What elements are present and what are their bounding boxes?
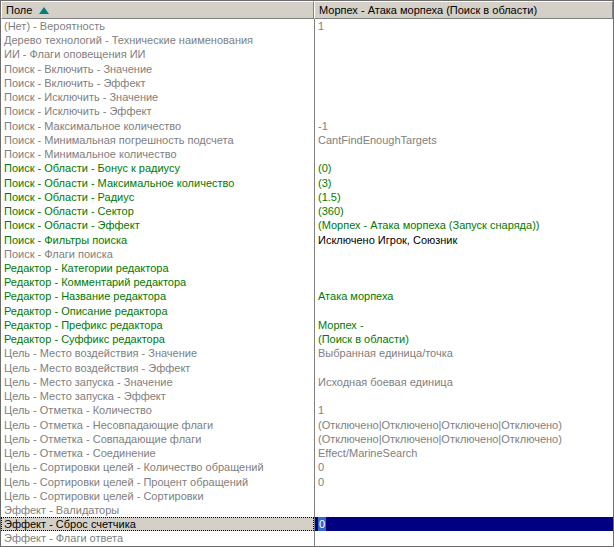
- table-row[interactable]: Поиск - Флаги поиска: [1, 247, 613, 261]
- field-value-cell[interactable]: (0): [314, 161, 613, 175]
- table-row[interactable]: Поиск - Области - Бонус к радиусу(0): [1, 161, 613, 175]
- table-row[interactable]: Поиск - Области - Сектор(360): [1, 204, 613, 218]
- field-value-cell[interactable]: 0: [314, 517, 613, 531]
- field-value-cell[interactable]: [314, 531, 613, 545]
- table-row[interactable]: Редактор - Описание редактора: [1, 304, 613, 318]
- field-value-cell[interactable]: Выбранная единица/точка: [314, 346, 613, 360]
- table-row[interactable]: Редактор - Комментарий редактора: [1, 275, 613, 289]
- table-row[interactable]: Редактор - Суффикс редактора(Поиск в обл…: [1, 332, 613, 346]
- field-name-cell[interactable]: Цель - Сортировки целей - Процент обраще…: [1, 475, 314, 489]
- field-name-cell[interactable]: Редактор - Суффикс редактора: [1, 332, 314, 346]
- field-name-cell[interactable]: Дерево технологий - Технические наименов…: [1, 33, 314, 47]
- field-value-cell[interactable]: Исходная боевая единица: [314, 375, 613, 389]
- field-value-cell[interactable]: (3): [314, 176, 613, 190]
- table-row[interactable]: Цель - Место запуска - Эффект: [1, 389, 613, 403]
- table-row[interactable]: Редактор - Префикс редактораМорпех -: [1, 318, 613, 332]
- table-row[interactable]: Поиск - Включить - Эффект: [1, 76, 613, 90]
- field-name-cell[interactable]: Цель - Отметка - Соединение: [1, 446, 314, 460]
- table-row[interactable]: (Нет) - Вероятность1: [1, 19, 613, 33]
- field-name-cell[interactable]: Поиск - Фильтры поиска: [1, 233, 314, 247]
- field-value-cell[interactable]: CantFindEnoughTargets: [314, 133, 613, 147]
- field-value-cell[interactable]: (Отключено|Отключено|Отключено|Отключено…: [314, 418, 613, 432]
- table-row[interactable]: Поиск - Максимальное количество-1: [1, 119, 613, 133]
- field-value-cell[interactable]: (1.5): [314, 190, 613, 204]
- field-value-cell[interactable]: [314, 503, 613, 517]
- field-value-cell[interactable]: (Поиск в области): [314, 332, 613, 346]
- field-value-cell[interactable]: [314, 104, 613, 118]
- field-name-cell[interactable]: Цель - Отметка - Количество: [1, 403, 314, 417]
- column-header-value[interactable]: Морпех - Атака морпеха (Поиск в области): [314, 1, 613, 19]
- field-name-cell[interactable]: Поиск - Максимальное количество: [1, 119, 314, 133]
- table-row[interactable]: Поиск - Области - Максимальное количеств…: [1, 176, 613, 190]
- field-name-cell[interactable]: Эффект - Флаги ответа: [1, 531, 314, 545]
- field-name-cell[interactable]: Эффект - Сброс счетчика: [1, 517, 314, 531]
- table-row[interactable]: ИИ - Флаги оповещения ИИ: [1, 47, 613, 61]
- field-value-cell[interactable]: (Отключено|Отключено|Отключено|Отключено…: [314, 432, 613, 446]
- table-row[interactable]: Поиск - Минимальная погрешность подсчета…: [1, 133, 613, 147]
- table-row[interactable]: Цель - Место воздействия - Эффект: [1, 361, 613, 375]
- field-value-cell[interactable]: Исключено Игрок, Союзник: [314, 233, 613, 247]
- table-row[interactable]: Эффект - Валидаторы: [1, 503, 613, 517]
- table-row[interactable]: Редактор - Название редактораАтака морпе…: [1, 289, 613, 303]
- field-name-cell[interactable]: Редактор - Название редактора: [1, 289, 314, 303]
- table-row[interactable]: Дерево технологий - Технические наименов…: [1, 33, 613, 47]
- field-value-cell[interactable]: [314, 361, 613, 375]
- table-row[interactable]: Поиск - Включить - Значение: [1, 62, 613, 76]
- table-row[interactable]: Редактор - Категории редактора: [1, 261, 613, 275]
- field-value-cell[interactable]: [314, 247, 613, 261]
- field-name-cell[interactable]: Редактор - Категории редактора: [1, 261, 314, 275]
- field-name-cell[interactable]: Цель - Сортировки целей - Количество обр…: [1, 460, 314, 474]
- table-row[interactable]: Поиск - Области - Эффект(Морпех - Атака …: [1, 218, 613, 232]
- table-row[interactable]: Цель - Отметка - СоединениеEffect/Marine…: [1, 446, 613, 460]
- table-row[interactable]: Эффект - Сброс счетчика0: [1, 517, 613, 531]
- table-row[interactable]: Цель - Сортировки целей - Сортировки: [1, 489, 613, 503]
- table-row[interactable]: Поиск - Фильтры поискаИсключено Игрок, С…: [1, 233, 613, 247]
- field-name-cell[interactable]: Поиск - Минимальная погрешность подсчета: [1, 133, 314, 147]
- field-name-cell[interactable]: Поиск - Области - Эффект: [1, 218, 314, 232]
- field-value-cell[interactable]: 0: [314, 475, 613, 489]
- field-value-cell[interactable]: (Морпех - Атака морпеха (Запуск снаряда)…: [314, 218, 613, 232]
- field-value-cell[interactable]: Атака морпеха: [314, 289, 613, 303]
- field-name-cell[interactable]: Редактор - Комментарий редактора: [1, 275, 314, 289]
- field-name-cell[interactable]: Поиск - Области - Сектор: [1, 204, 314, 218]
- table-row[interactable]: Поиск - Исключить - Эффект: [1, 104, 613, 118]
- field-name-cell[interactable]: Поиск - Включить - Значение: [1, 62, 314, 76]
- field-name-cell[interactable]: Цель - Место воздействия - Эффект: [1, 361, 314, 375]
- table-row[interactable]: Цель - Отметка - Количество1: [1, 403, 613, 417]
- field-name-cell[interactable]: Цель - Отметка - Несовпадающие флаги: [1, 418, 314, 432]
- field-value-cell[interactable]: -1: [314, 119, 613, 133]
- field-value-cell[interactable]: [314, 62, 613, 76]
- table-row[interactable]: Цель - Сортировки целей - Количество обр…: [1, 460, 613, 474]
- table-row[interactable]: Цель - Место запуска - ЗначениеИсходная …: [1, 375, 613, 389]
- field-value-cell[interactable]: 0: [314, 460, 613, 474]
- field-value-cell[interactable]: Морпех -: [314, 318, 613, 332]
- field-value-cell[interactable]: [314, 76, 613, 90]
- field-name-cell[interactable]: Цель - Место запуска - Значение: [1, 375, 314, 389]
- field-value-cell[interactable]: (360): [314, 204, 613, 218]
- field-name-cell[interactable]: Редактор - Префикс редактора: [1, 318, 314, 332]
- table-row[interactable]: Цель - Отметка - Несовпадающие флаги(Отк…: [1, 418, 613, 432]
- table-row[interactable]: Поиск - Минимальное количество: [1, 147, 613, 161]
- table-row[interactable]: Цель - Место воздействия - ЗначениеВыбра…: [1, 346, 613, 360]
- field-value-cell[interactable]: [314, 304, 613, 318]
- field-name-cell[interactable]: Поиск - Минимальное количество: [1, 147, 314, 161]
- field-name-cell[interactable]: Поиск - Области - Максимальное количеств…: [1, 176, 314, 190]
- field-value-cell[interactable]: 1: [314, 403, 613, 417]
- field-value-cell[interactable]: [314, 489, 613, 503]
- field-value-cell[interactable]: 1: [314, 19, 613, 33]
- field-name-cell[interactable]: Эффект - Валидаторы: [1, 503, 314, 517]
- field-name-cell[interactable]: Цель - Сортировки целей - Сортировки: [1, 489, 314, 503]
- field-name-cell[interactable]: Редактор - Описание редактора: [1, 304, 314, 318]
- field-value-cell[interactable]: [314, 389, 613, 403]
- field-value-cell[interactable]: [314, 275, 613, 289]
- field-name-cell[interactable]: Поиск - Области - Бонус к радиусу: [1, 161, 314, 175]
- table-row[interactable]: Эффект - Флаги ответа: [1, 531, 613, 545]
- field-name-cell[interactable]: Поиск - Исключить - Эффект: [1, 104, 314, 118]
- table-row[interactable]: Цель - Сортировки целей - Процент обраще…: [1, 475, 613, 489]
- field-name-cell[interactable]: Поиск - Исключить - Значение: [1, 90, 314, 104]
- field-name-cell[interactable]: Цель - Место воздействия - Значение: [1, 346, 314, 360]
- field-name-cell[interactable]: Поиск - Флаги поиска: [1, 247, 314, 261]
- field-value-cell[interactable]: [314, 33, 613, 47]
- table-row[interactable]: Цель - Отметка - Совпадающие флаги(Отклю…: [1, 432, 613, 446]
- field-name-cell[interactable]: Поиск - Области - Радиус: [1, 190, 314, 204]
